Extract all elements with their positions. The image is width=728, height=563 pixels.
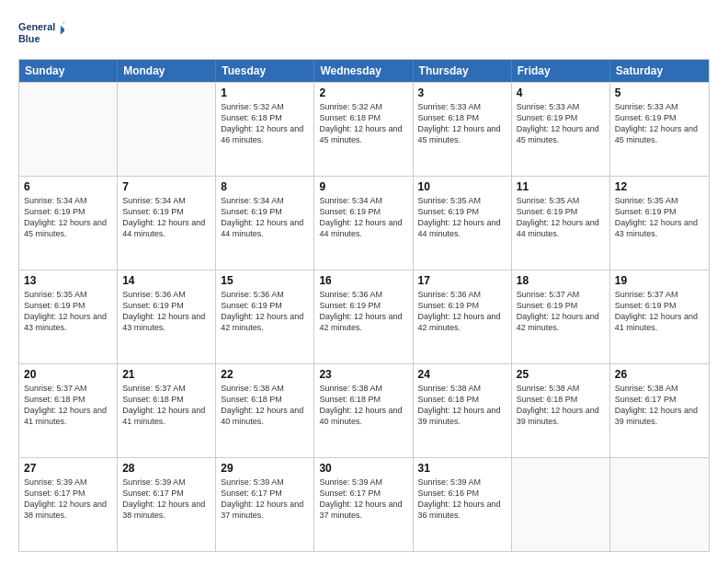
day-info: Sunrise: 5:35 AMSunset: 6:19 PMDaylight:…: [517, 195, 605, 240]
day-cell-1: 1Sunrise: 5:32 AMSunset: 6:18 PMDaylight…: [216, 83, 314, 176]
day-cell-16: 16Sunrise: 5:36 AMSunset: 6:19 PMDayligh…: [314, 270, 413, 363]
day-info: Sunrise: 5:38 AMSunset: 6:18 PMDaylight:…: [517, 383, 605, 428]
day-number: 11: [517, 180, 605, 193]
day-cell-21: 21Sunrise: 5:37 AMSunset: 6:18 PMDayligh…: [118, 364, 216, 457]
svg-text:Blue: Blue: [18, 33, 40, 44]
day-number: 23: [319, 368, 407, 381]
day-number: 12: [615, 180, 704, 193]
day-number: 4: [517, 86, 605, 99]
day-headers: SundayMondayTuesdayWednesdayThursdayFrid…: [19, 60, 709, 82]
svg-marker-3: [63, 22, 64, 27]
day-info: Sunrise: 5:34 AMSunset: 6:19 PMDaylight:…: [221, 195, 309, 240]
day-info: Sunrise: 5:36 AMSunset: 6:19 PMDaylight:…: [122, 289, 210, 334]
day-info: Sunrise: 5:32 AMSunset: 6:18 PMDaylight:…: [221, 101, 309, 146]
day-number: 20: [24, 368, 112, 381]
day-info: Sunrise: 5:33 AMSunset: 6:18 PMDaylight:…: [418, 101, 506, 146]
day-header-tuesday: Tuesday: [216, 60, 314, 82]
day-info: Sunrise: 5:35 AMSunset: 6:19 PMDaylight:…: [24, 289, 112, 334]
day-info: Sunrise: 5:38 AMSunset: 6:18 PMDaylight:…: [221, 383, 309, 428]
day-cell-29: 29Sunrise: 5:39 AMSunset: 6:17 PMDayligh…: [216, 458, 314, 551]
day-cell-23: 23Sunrise: 5:38 AMSunset: 6:18 PMDayligh…: [314, 364, 413, 457]
day-info: Sunrise: 5:39 AMSunset: 6:17 PMDaylight:…: [24, 477, 112, 522]
day-info: Sunrise: 5:37 AMSunset: 6:19 PMDaylight:…: [615, 289, 704, 334]
day-info: Sunrise: 5:38 AMSunset: 6:17 PMDaylight:…: [615, 383, 704, 428]
empty-cell: [19, 83, 118, 176]
calendar: SundayMondayTuesdayWednesdayThursdayFrid…: [18, 59, 710, 552]
svg-marker-2: [61, 26, 64, 35]
empty-cell: [118, 83, 216, 176]
day-info: Sunrise: 5:37 AMSunset: 6:18 PMDaylight:…: [122, 383, 210, 428]
day-info: Sunrise: 5:39 AMSunset: 6:16 PMDaylight:…: [418, 477, 506, 522]
day-header-monday: Monday: [118, 60, 216, 82]
day-number: 19: [615, 274, 704, 287]
day-number: 31: [418, 462, 506, 475]
day-info: Sunrise: 5:33 AMSunset: 6:19 PMDaylight:…: [517, 101, 605, 146]
day-cell-15: 15Sunrise: 5:36 AMSunset: 6:19 PMDayligh…: [216, 270, 314, 363]
day-cell-11: 11Sunrise: 5:35 AMSunset: 6:19 PMDayligh…: [512, 177, 610, 270]
day-cell-31: 31Sunrise: 5:39 AMSunset: 6:16 PMDayligh…: [414, 458, 512, 551]
logo: General Blue: [18, 15, 64, 52]
day-number: 5: [615, 86, 704, 99]
day-number: 7: [122, 180, 210, 193]
day-cell-13: 13Sunrise: 5:35 AMSunset: 6:19 PMDayligh…: [19, 270, 118, 363]
calendar-body: 1Sunrise: 5:32 AMSunset: 6:18 PMDaylight…: [19, 82, 709, 551]
week-row-3: 13Sunrise: 5:35 AMSunset: 6:19 PMDayligh…: [19, 270, 709, 363]
day-number: 26: [615, 368, 704, 381]
day-number: 29: [221, 462, 309, 475]
week-row-5: 27Sunrise: 5:39 AMSunset: 6:17 PMDayligh…: [19, 457, 709, 551]
day-cell-22: 22Sunrise: 5:38 AMSunset: 6:18 PMDayligh…: [216, 364, 314, 457]
day-info: Sunrise: 5:33 AMSunset: 6:19 PMDaylight:…: [615, 101, 704, 146]
day-number: 21: [122, 368, 210, 381]
day-info: Sunrise: 5:36 AMSunset: 6:19 PMDaylight:…: [221, 289, 309, 334]
day-number: 8: [221, 180, 309, 193]
week-row-4: 20Sunrise: 5:37 AMSunset: 6:18 PMDayligh…: [19, 363, 709, 457]
empty-cell: [512, 458, 610, 551]
logo-svg: General Blue: [18, 15, 64, 52]
day-number: 10: [418, 180, 506, 193]
day-info: Sunrise: 5:37 AMSunset: 6:18 PMDaylight:…: [24, 383, 112, 428]
day-cell-25: 25Sunrise: 5:38 AMSunset: 6:18 PMDayligh…: [512, 364, 610, 457]
header: General Blue: [18, 15, 710, 52]
day-number: 30: [319, 462, 407, 475]
day-info: Sunrise: 5:37 AMSunset: 6:19 PMDaylight:…: [517, 289, 605, 334]
day-number: 1: [221, 86, 309, 99]
day-header-saturday: Saturday: [610, 60, 709, 82]
day-cell-17: 17Sunrise: 5:36 AMSunset: 6:19 PMDayligh…: [414, 270, 512, 363]
day-cell-2: 2Sunrise: 5:32 AMSunset: 6:18 PMDaylight…: [314, 83, 413, 176]
day-header-thursday: Thursday: [414, 60, 512, 82]
svg-text:General: General: [18, 22, 55, 33]
day-number: 17: [418, 274, 506, 287]
week-row-2: 6Sunrise: 5:34 AMSunset: 6:19 PMDaylight…: [19, 176, 709, 270]
day-cell-7: 7Sunrise: 5:34 AMSunset: 6:19 PMDaylight…: [118, 177, 216, 270]
day-info: Sunrise: 5:36 AMSunset: 6:19 PMDaylight:…: [418, 289, 506, 334]
day-cell-12: 12Sunrise: 5:35 AMSunset: 6:19 PMDayligh…: [610, 177, 709, 270]
day-info: Sunrise: 5:38 AMSunset: 6:18 PMDaylight:…: [418, 383, 506, 428]
day-cell-8: 8Sunrise: 5:34 AMSunset: 6:19 PMDaylight…: [216, 177, 314, 270]
day-info: Sunrise: 5:34 AMSunset: 6:19 PMDaylight:…: [24, 195, 112, 240]
empty-cell: [610, 458, 709, 551]
day-info: Sunrise: 5:35 AMSunset: 6:19 PMDaylight:…: [615, 195, 704, 240]
day-number: 24: [418, 368, 506, 381]
day-number: 28: [122, 462, 210, 475]
day-header-friday: Friday: [512, 60, 610, 82]
day-header-wednesday: Wednesday: [314, 60, 413, 82]
day-cell-28: 28Sunrise: 5:39 AMSunset: 6:17 PMDayligh…: [118, 458, 216, 551]
day-cell-3: 3Sunrise: 5:33 AMSunset: 6:18 PMDaylight…: [414, 83, 512, 176]
day-cell-26: 26Sunrise: 5:38 AMSunset: 6:17 PMDayligh…: [610, 364, 709, 457]
day-cell-19: 19Sunrise: 5:37 AMSunset: 6:19 PMDayligh…: [610, 270, 709, 363]
day-cell-10: 10Sunrise: 5:35 AMSunset: 6:19 PMDayligh…: [414, 177, 512, 270]
day-cell-30: 30Sunrise: 5:39 AMSunset: 6:17 PMDayligh…: [314, 458, 413, 551]
day-number: 13: [24, 274, 112, 287]
day-info: Sunrise: 5:32 AMSunset: 6:18 PMDaylight:…: [319, 101, 407, 146]
day-cell-20: 20Sunrise: 5:37 AMSunset: 6:18 PMDayligh…: [19, 364, 118, 457]
day-info: Sunrise: 5:39 AMSunset: 6:17 PMDaylight:…: [319, 477, 407, 522]
day-info: Sunrise: 5:34 AMSunset: 6:19 PMDaylight:…: [122, 195, 210, 240]
day-number: 6: [24, 180, 112, 193]
day-cell-18: 18Sunrise: 5:37 AMSunset: 6:19 PMDayligh…: [512, 270, 610, 363]
day-info: Sunrise: 5:39 AMSunset: 6:17 PMDaylight:…: [221, 477, 309, 522]
day-info: Sunrise: 5:36 AMSunset: 6:19 PMDaylight:…: [319, 289, 407, 334]
day-number: 18: [517, 274, 605, 287]
day-cell-9: 9Sunrise: 5:34 AMSunset: 6:19 PMDaylight…: [314, 177, 413, 270]
week-row-1: 1Sunrise: 5:32 AMSunset: 6:18 PMDaylight…: [19, 82, 709, 176]
day-info: Sunrise: 5:35 AMSunset: 6:19 PMDaylight:…: [418, 195, 506, 240]
